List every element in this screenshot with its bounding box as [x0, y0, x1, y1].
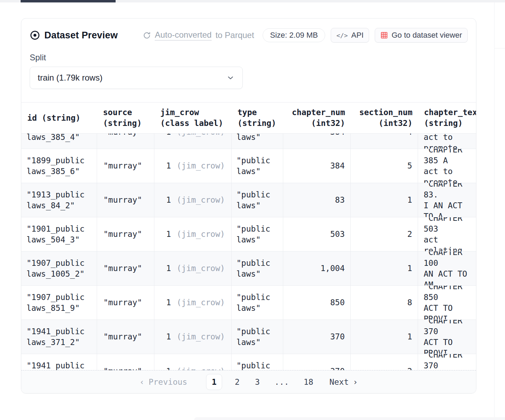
cell-id: "1901_public laws_504_3" [21, 217, 97, 251]
table-row: "1941_public laws_371_2" "murray" 1(jim_… [21, 320, 476, 354]
cell-type: "public laws" [232, 320, 283, 354]
cell-type: "public laws" [232, 354, 283, 370]
page-button-18[interactable]: 18 [301, 377, 316, 388]
pagination-bar: ‹ Previous 1 2 3 ... 18 Next › [21, 370, 476, 393]
page-title: Dataset Preview [44, 30, 118, 41]
cell-type: "public laws" [232, 149, 283, 183]
viewer-button-label: Go to dataset viewer [391, 31, 462, 40]
page-button-3[interactable]: 3 [252, 377, 263, 388]
cell-source: "murray" [97, 252, 154, 285]
split-select[interactable]: train (1.79k rows) [30, 67, 243, 89]
cell-jim-crow: 1(jim_crow) [154, 252, 232, 285]
table-row-clipped-bottom: "1941_public laws_371_3" "murray" 1(jim_… [21, 354, 476, 370]
cell-chapter-num: 1,004 [283, 252, 351, 285]
split-selected-value: train (1.79k rows) [38, 73, 102, 83]
cell-id: "1899_public laws_385_6" [21, 149, 97, 183]
cell-chapter-text: "CHAPTER 100 AN ACT TO AM [418, 252, 476, 285]
cell-section-num: 5 [351, 149, 418, 183]
size-badge: Size: 2.09 MB [263, 28, 325, 42]
cell-id: "1913_public laws_84_2" [21, 183, 97, 217]
cell-section-num: 2 [351, 354, 418, 370]
dataset-preview-card: Dataset Preview Auto-converted to Parque… [21, 18, 476, 393]
auto-converted-rest: to Parquet [215, 30, 254, 40]
cell-section-num: 1 [351, 183, 418, 217]
code-icon: </> [336, 32, 348, 39]
cell-chapter-text: "CHAPTER 385 A act to promote [418, 134, 476, 149]
column-header-source: source (string) [97, 103, 154, 133]
cell-chapter-text: "CHAPTER 850 ACT TO PROVI [418, 286, 476, 320]
cell-chapter-text: "CHAPTER 385 A act to promote [418, 149, 476, 183]
column-header-section-num: section_num (int32) [351, 103, 418, 133]
cell-chapter-text: "CHAPTER 370 ACT TO PROVI [418, 354, 476, 370]
cell-jim-crow: 1(jim_crow) [154, 149, 232, 183]
cell-chapter-text: "CHAPTER 503 act relating [418, 217, 476, 251]
right-panel-separator [495, 48, 505, 48]
cell-jim-crow: 1(jim_crow) [154, 320, 232, 354]
cell-source: "murray" [97, 354, 154, 370]
active-tab-underline [21, 0, 116, 2]
cell-jim-crow: 1(jim_crow) [154, 183, 232, 217]
auto-converted-link[interactable]: Auto-converted [155, 30, 212, 40]
cell-id: "1907_public laws_851_9" [21, 286, 97, 320]
table-row: "1899_public laws_385_6" "murray" 1(jim_… [21, 149, 476, 183]
dataset-preview-page: Dataset Preview Auto-converted to Parque… [0, 0, 505, 420]
column-header-chapter-text: chapter_text (string) [418, 103, 476, 133]
eye-icon [30, 30, 40, 40]
cell-source: "murray" [97, 320, 154, 354]
table-row-clipped-top: "1899_public laws_385_4" "murray" 1(jim_… [21, 134, 476, 149]
cell-source: "murray" [97, 134, 154, 149]
cell-chapter-num: 384 [283, 149, 351, 183]
cell-type: "public laws" [232, 183, 283, 217]
auto-converted-note: Auto-converted to Parquet [143, 30, 254, 40]
table-row: "1901_public laws_504_3" "murray" 1(jim_… [21, 217, 476, 252]
title-wrap: Dataset Preview [30, 30, 118, 41]
cell-section-num: 8 [351, 286, 418, 320]
page-button-2[interactable]: 2 [232, 377, 242, 388]
cell-id: "1941_public laws_371_2" [21, 320, 97, 354]
split-label: Split [30, 53, 468, 63]
cell-jim-crow: 1(jim_crow) [154, 286, 232, 320]
column-header-id: id (string) [21, 103, 97, 133]
cell-type: "public laws" [232, 252, 283, 285]
cell-section-num: 4 [351, 134, 418, 149]
page-ellipsis: ... [272, 377, 291, 388]
previous-page-button[interactable]: ‹ Previous [140, 377, 188, 388]
grid-icon [380, 31, 388, 39]
page-button-1[interactable]: 1 [206, 374, 222, 390]
cell-jim-crow: 1(jim_crow) [154, 217, 232, 251]
cell-source: "murray" [97, 286, 154, 320]
cell-chapter-num: 850 [283, 286, 351, 320]
cell-id: "1899_public laws_385_4" [21, 134, 97, 149]
cell-id: "1907_public laws_1005_2" [21, 252, 97, 285]
data-table: id (string) source (string) jim_crow (cl… [21, 102, 476, 393]
cell-section-num: 2 [351, 217, 418, 251]
chevron-down-icon [226, 74, 235, 82]
cell-type: "public laws" [232, 217, 283, 251]
cell-section-num: 1 [351, 252, 418, 285]
chevron-right-icon: › [353, 377, 358, 388]
cell-chapter-num: 370 [283, 354, 351, 370]
table-row: "1907_public laws_1005_2" "murray" 1(jim… [21, 252, 476, 286]
cell-chapter-text: "CHAPTER 83. I AN ACT TO A [418, 183, 476, 217]
cell-chapter-text: "CHAPTER 370 ACT TO PROVI [418, 320, 476, 354]
table-header-row: id (string) source (string) jim_crow (cl… [21, 102, 476, 134]
cell-jim-crow: 1(jim_crow) [154, 354, 232, 370]
cell-chapter-num: 83 [283, 183, 351, 217]
table-row: "1907_public laws_851_9" "murray" 1(jim_… [21, 286, 476, 320]
cell-jim-crow: 1(jim_crow) [154, 134, 232, 149]
column-header-chapter-num: chapter_num (int32) [283, 103, 351, 133]
go-to-dataset-viewer-button[interactable]: Go to dataset viewer [375, 28, 468, 43]
chevron-left-icon: ‹ [140, 377, 145, 388]
right-panel-divider [494, 2, 495, 420]
api-button-label: API [351, 31, 364, 40]
api-button[interactable]: </> API [331, 28, 369, 43]
cell-type: "public laws" [232, 286, 283, 320]
cell-chapter-num: 370 [283, 320, 351, 354]
next-page-button[interactable]: Next › [329, 377, 358, 388]
next-label: Next [329, 377, 349, 388]
card-header: Dataset Preview Auto-converted to Parque… [21, 18, 476, 89]
column-header-jim-crow: jim_crow (class label) [154, 103, 232, 133]
next-section-edge [194, 417, 505, 420]
cell-id: "1941_public laws_371_3" [21, 354, 97, 370]
cell-section-num: 1 [351, 320, 418, 354]
